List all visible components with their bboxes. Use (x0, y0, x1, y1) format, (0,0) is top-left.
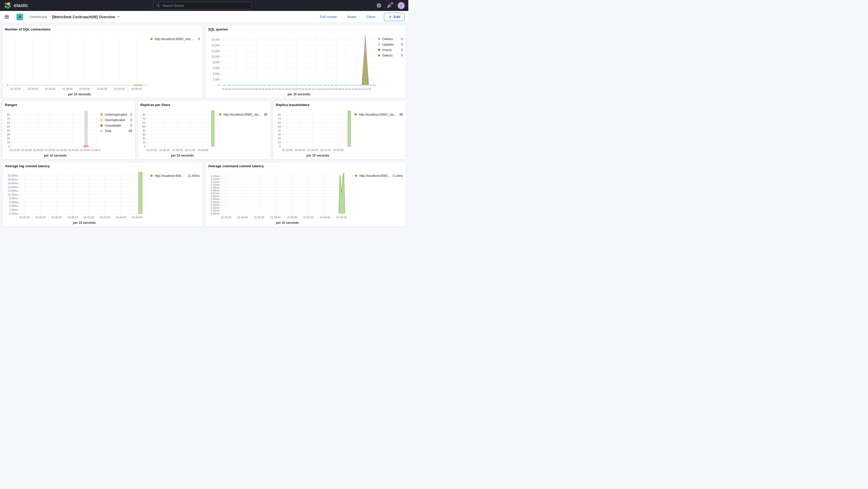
elastic-logo-icon (4, 2, 11, 9)
svg-text:20: 20 (7, 137, 10, 140)
svg-text:15:43:00: 15:43:00 (332, 88, 341, 90)
dashboard-title-menu[interactable]: [Metricbeat CockroachDB] Overview (52, 15, 120, 19)
legend-item[interactable]: http://localhost:8080/_sta...89 (354, 112, 403, 117)
legend-item[interactable]: Inserts0 (378, 47, 403, 53)
share-button[interactable]: Share (345, 14, 358, 19)
legend-item[interactable]: Underreplicated0 (100, 112, 132, 117)
legend-item[interactable]: http://localhost:808...21.60ms (150, 173, 200, 179)
global-search[interactable] (153, 2, 252, 9)
legend-item[interactable]: http://localhost:8080/_stat...0 (150, 36, 200, 42)
svg-text:15:46:00: 15:46:00 (91, 149, 100, 152)
svg-text:0.02ms: 0.02ms (211, 206, 220, 209)
svg-text:15:46:00: 15:46:00 (362, 88, 371, 90)
legend-value: 0 (198, 37, 200, 41)
svg-text:per 10 seconds: per 10 seconds (287, 92, 310, 96)
svg-text:15:32:00: 15:32:00 (222, 88, 231, 90)
legend-item[interactable]: Total89 (100, 128, 132, 134)
svg-text:15:40:00: 15:40:00 (83, 216, 94, 219)
svg-text:16,000: 16,000 (211, 38, 220, 41)
svg-text:0.10ms: 0.10ms (211, 183, 220, 186)
legend-value: 0 (401, 43, 403, 47)
svg-text:15:46:00: 15:46:00 (131, 216, 142, 219)
legend-item[interactable]: Updates0 (378, 42, 403, 47)
svg-text:30: 30 (278, 133, 281, 136)
ranges-chart[interactable]: 15:32:0015:34:0015:36:0015:38:0015:40:00… (5, 108, 100, 158)
svg-text:per 10 seconds: per 10 seconds (68, 92, 91, 96)
svg-text:0.03ms: 0.03ms (211, 203, 220, 206)
svg-text:15:34:00: 15:34:00 (21, 149, 32, 152)
legend-value: 0 (130, 124, 132, 127)
sql-queries-chart[interactable]: 15:32:0015:33:0015:34:0015:35:0015:36:00… (208, 32, 378, 97)
svg-text:4.00ms: 4.00ms (9, 204, 18, 207)
avg-log-commit-latency-chart[interactable]: 15:32:0015:34:0015:36:0015:38:0015:40:00… (5, 169, 150, 225)
chart-legend: http://localhost:8080/_sta...89 (219, 112, 268, 158)
breadcrumb: Dashboard / [Metricbeat CockroachDB] Ove… (30, 15, 120, 19)
svg-text:15:38:00: 15:38:00 (281, 88, 291, 90)
panel-title: SQL queries (208, 27, 403, 32)
legend-label: Selects (382, 54, 399, 57)
edit-button[interactable]: Edit (384, 13, 405, 21)
svg-text:15:32:00: 15:32:00 (10, 87, 21, 90)
user-avatar[interactable]: r (398, 2, 405, 9)
svg-text:per 10 seconds: per 10 seconds (276, 221, 299, 224)
svg-text:15:42:00: 15:42:00 (303, 216, 314, 219)
svg-text:15:35:00: 15:35:00 (252, 88, 261, 90)
newsfeed-button[interactable] (387, 3, 392, 8)
svg-text:15:44:00: 15:44:00 (341, 88, 351, 90)
dashboard-badge[interactable]: D (17, 13, 23, 20)
sql-connections-chart[interactable]: 15:32:0015:34:0015:36:0015:38:0015:40:00… (5, 32, 150, 97)
divider (26, 13, 27, 20)
legend-label: Overreplicated (105, 118, 128, 122)
notification-dot (391, 2, 393, 4)
legend-item[interactable]: http://localhost:8080...0.14ms (355, 173, 403, 179)
svg-text:60: 60 (278, 121, 281, 124)
life-ring-icon (377, 3, 381, 8)
breadcrumb-dashboard-link[interactable]: Dashboard (30, 15, 47, 19)
svg-text:15:46:00: 15:46:00 (336, 216, 347, 219)
svg-text:2,000: 2,000 (213, 78, 220, 81)
panel-sql-connections: Number of SQL connections 15:32:0015:34:… (2, 25, 203, 98)
search-input[interactable] (162, 3, 249, 8)
legend-item[interactable]: http://localhost:8080/_sta...89 (219, 112, 268, 117)
svg-text:20.00ms: 20.00ms (7, 174, 18, 177)
svg-text:10: 10 (278, 141, 281, 144)
svg-text:15:38:00: 15:38:00 (270, 216, 281, 219)
panel-avg-command-commit-latency: Average command commit latency 15:32:001… (205, 162, 406, 227)
panel-replicas-per-store: Replicas per Store 15:32:0015:35:0015:38… (137, 100, 271, 160)
legend-label: Total (105, 129, 127, 133)
legend-item[interactable]: Overreplicated0 (100, 117, 132, 123)
svg-text:15:40:00: 15:40:00 (287, 216, 298, 219)
panel-title: Ranges (5, 103, 132, 108)
svg-text:0: 0 (144, 145, 146, 148)
svg-text:10: 10 (143, 141, 146, 144)
pencil-icon (388, 15, 392, 19)
svg-text:15:36:00: 15:36:00 (51, 216, 62, 219)
legend-item[interactable]: Deletes0 (378, 36, 403, 42)
legend-item[interactable]: Selects0 (378, 53, 403, 58)
chart-legend: Underreplicated0Overreplicated0Unavailab… (100, 112, 132, 158)
svg-text:15:46:00: 15:46:00 (131, 87, 142, 90)
elastic-logo[interactable]: elastic (4, 2, 28, 9)
replicas-per-store-chart[interactable]: 15:32:0015:35:0015:38:0015:41:0015:44:00… (141, 108, 219, 158)
svg-text:15:33:00: 15:33:00 (231, 88, 241, 90)
avg-command-commit-latency-chart[interactable]: 15:32:0015:34:0015:36:0015:38:0015:40:00… (208, 169, 355, 225)
svg-text:80: 80 (143, 113, 146, 116)
svg-text:40: 40 (278, 129, 281, 132)
svg-text:0.00ms: 0.00ms (9, 212, 18, 215)
svg-text:15:36:00: 15:36:00 (261, 88, 271, 90)
svg-text:per 10 seconds: per 10 seconds (307, 154, 330, 157)
help-button[interactable] (377, 3, 381, 8)
svg-text:50: 50 (143, 125, 146, 128)
legend-value: 21.60ms (188, 174, 200, 178)
chart-legend: Deletes0Updates0Inserts0Selects0 (378, 36, 403, 97)
hamburger-menu-icon[interactable] (4, 14, 10, 20)
svg-text:50: 50 (7, 125, 10, 128)
svg-text:20: 20 (278, 137, 281, 140)
svg-text:15:39:00: 15:39:00 (292, 88, 301, 90)
svg-text:15:44:00: 15:44:00 (114, 87, 124, 90)
replica-leaseholders-chart[interactable]: 15:32:0015:35:0015:38:0015:41:0015:44:00… (276, 108, 354, 158)
svg-text:0.09ms: 0.09ms (211, 186, 220, 189)
legend-item[interactable]: Unavailable0 (100, 123, 132, 128)
clone-button[interactable]: Clone (365, 14, 377, 19)
full-screen-button[interactable]: Full screen (318, 14, 339, 19)
